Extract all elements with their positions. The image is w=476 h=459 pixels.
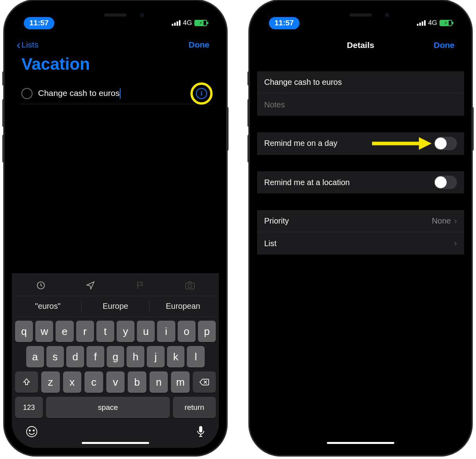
key-q[interactable]: q [15,321,33,342]
key-u[interactable]: u [137,321,155,342]
key-i[interactable]: i [157,321,175,342]
svg-rect-6 [199,426,202,432]
key-p[interactable]: p [198,321,216,342]
key-l[interactable]: l [187,346,205,367]
key-v[interactable]: v [106,371,125,393]
list-row[interactable]: List › [257,232,464,254]
key-k[interactable]: k [167,346,185,367]
key-e[interactable]: e [56,321,73,342]
key-g[interactable]: g [107,346,125,367]
complete-circle[interactable] [21,88,33,99]
dictation-button[interactable] [196,425,205,438]
priority-label: Priority [264,216,432,226]
backspace-key[interactable] [193,371,216,393]
remind-day-group: Remind me on a day [257,132,464,155]
shift-key[interactable] [15,371,38,393]
signal-icon [417,20,426,26]
title-field[interactable]: Change cash to euros [257,71,464,94]
network-type: 4G [428,19,437,27]
status-time: 11:57 [269,17,299,29]
key-f[interactable]: f [86,346,104,367]
key-row-3: z x c v b n m [15,371,216,393]
key-n[interactable]: n [150,371,168,393]
key-y[interactable]: y [117,321,134,342]
key-row-1: q w e r t y u i o p [15,321,216,342]
done-button[interactable]: Done [189,40,210,50]
key-x[interactable]: x [63,371,82,393]
camera-icon[interactable] [185,281,195,292]
remind-day-row: Remind me on a day [257,132,464,155]
key-r[interactable]: r [76,321,94,342]
info-button[interactable]: i [190,82,213,105]
svg-point-2 [188,284,192,288]
remind-location-group: Remind me at a location [257,171,464,193]
notch [70,8,161,22]
phone-right: 11:57 4G ⚡︎ Details Done Change cash to … [249,0,472,456]
space-key[interactable]: space [46,397,170,418]
key-s[interactable]: s [46,346,64,367]
suggestion-3[interactable]: European [150,302,217,311]
key-d[interactable]: d [66,346,84,367]
svg-point-4 [29,430,30,431]
info-icon: i [196,88,207,99]
key-row-4: 123 space return [15,397,216,418]
reminder-row[interactable]: Change cash to euros [20,85,211,104]
priority-list-group: Priority None › List › [257,210,464,254]
nav-bar: Details Done [257,36,464,54]
network-type: 4G [183,19,192,27]
suggestion-bar: "euros" Europe European [14,296,217,317]
chevron-right-icon: › [454,216,457,226]
notes-field[interactable]: Notes [257,94,464,116]
clock-icon[interactable] [36,281,46,292]
priority-value: None [432,216,451,226]
battery-icon: ⚡︎ [194,20,207,26]
nav-title: Details [347,40,374,50]
location-icon[interactable] [86,281,95,292]
key-a[interactable]: a [26,346,44,367]
back-button[interactable]: ‹ Lists [17,39,38,51]
key-w[interactable]: w [35,321,53,342]
home-indicator[interactable] [82,442,149,444]
return-key[interactable]: return [173,397,216,418]
key-o[interactable]: o [178,321,196,342]
text-cursor [120,88,121,99]
phone-left: 11:57 4G ⚡︎ ‹ Lists Done Vacation Change [4,0,227,456]
key-row-2: a s d f g h j k l [15,346,216,367]
info-button-highlight: i [190,82,213,105]
remind-location-row: Remind me at a location [257,171,464,193]
home-indicator[interactable] [327,442,394,444]
done-button[interactable]: Done [434,40,455,50]
key-m[interactable]: m [171,371,190,393]
remind-location-label: Remind me at a location [264,178,434,187]
back-label: Lists [21,40,38,50]
svg-point-3 [27,426,37,437]
key-h[interactable]: h [127,346,144,367]
chevron-right-icon: › [454,238,457,249]
status-time: 11:57 [24,17,54,29]
priority-row[interactable]: Priority None › [257,210,464,232]
chevron-left-icon: ‹ [17,39,21,51]
notch [315,8,406,22]
svg-point-5 [33,430,34,431]
key-z[interactable]: z [41,371,60,393]
numbers-key[interactable]: 123 [15,397,43,418]
list-label: List [264,239,454,248]
key-c[interactable]: c [84,371,103,393]
emoji-button[interactable] [25,425,38,438]
key-t[interactable]: t [96,321,114,342]
details-form: Change cash to euros Notes Remind me on … [257,71,464,448]
key-j[interactable]: j [147,346,165,367]
quick-toolbar [16,276,215,296]
battery-icon: ⚡︎ [440,20,452,26]
remind-location-toggle[interactable] [434,176,457,189]
nav-bar: ‹ Lists Done [12,35,219,55]
title-notes-group: Change cash to euros Notes [257,71,464,116]
reminder-title-input[interactable]: Change cash to euros [38,88,209,99]
remind-day-toggle[interactable] [434,137,457,150]
keyboard: "euros" Europe European q w e r t y u i … [12,273,219,448]
flag-icon[interactable] [136,281,145,292]
key-b[interactable]: b [128,371,146,393]
suggestion-1[interactable]: "euros" [14,302,81,311]
suggestion-2[interactable]: Europe [82,302,149,311]
list-title: Vacation [21,55,90,74]
